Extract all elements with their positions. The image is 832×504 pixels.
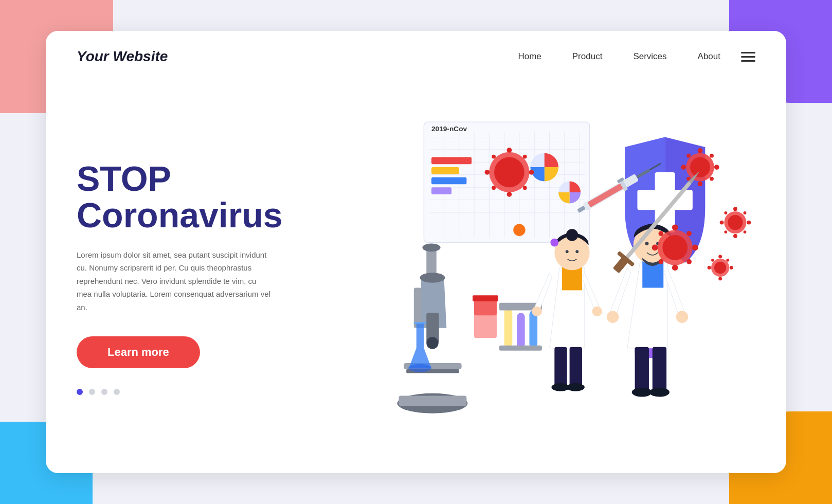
svg-point-33 <box>492 186 496 190</box>
svg-rect-38 <box>587 182 625 207</box>
svg-point-102 <box>728 215 743 230</box>
svg-point-79 <box>566 250 569 253</box>
svg-point-80 <box>575 250 578 253</box>
main-card: Your Website Home Product Services About… <box>46 31 786 473</box>
nav-links: Home Product Services About <box>518 51 720 62</box>
text-section: STOP Coronavirus Lorem ipsum dolor sit a… <box>77 160 323 395</box>
svg-point-115 <box>708 266 711 269</box>
svg-point-108 <box>744 211 747 214</box>
svg-rect-73 <box>554 347 567 387</box>
svg-point-48 <box>426 337 438 349</box>
svg-point-117 <box>711 259 714 262</box>
svg-point-94 <box>698 181 703 186</box>
svg-point-103 <box>733 207 737 211</box>
headline: STOP Coronavirus <box>77 160 323 234</box>
svg-point-30 <box>529 170 534 175</box>
nav-home[interactable]: Home <box>518 51 541 62</box>
svg-point-126 <box>686 231 692 236</box>
svg-rect-49 <box>414 288 422 328</box>
svg-point-97 <box>686 154 691 158</box>
svg-point-128 <box>686 259 692 264</box>
svg-rect-53 <box>399 396 467 406</box>
hamburger-line-3 <box>741 60 755 62</box>
dot-3[interactable] <box>101 389 107 395</box>
svg-point-87 <box>649 388 670 397</box>
svg-point-76 <box>567 383 585 391</box>
hero-illustration: 2019-nCov <box>323 82 755 473</box>
svg-point-72 <box>592 307 603 317</box>
svg-point-114 <box>718 277 722 281</box>
headline-line1: STOP <box>77 159 171 198</box>
svg-point-100 <box>710 177 714 181</box>
svg-rect-59 <box>517 313 525 348</box>
headline-line2: Coronavirus <box>77 195 283 235</box>
svg-point-104 <box>733 234 737 238</box>
svg-rect-62 <box>499 346 542 351</box>
nav-product[interactable]: Product <box>572 51 603 62</box>
illustration: 2019-nCov <box>323 82 755 473</box>
svg-rect-20 <box>431 167 459 174</box>
svg-point-123 <box>652 245 658 251</box>
svg-point-92 <box>690 157 710 177</box>
svg-point-109 <box>724 230 727 233</box>
svg-point-46 <box>420 273 445 283</box>
svg-point-32 <box>523 155 527 159</box>
svg-point-133 <box>550 239 558 247</box>
svg-point-71 <box>532 307 542 317</box>
hero-description: Lorem ipsum dolor sit amet, sea putant s… <box>77 248 272 314</box>
nav-services[interactable]: Services <box>633 51 666 62</box>
svg-point-45 <box>422 244 440 252</box>
svg-rect-85 <box>653 347 666 392</box>
svg-point-113 <box>718 255 722 259</box>
dot-1[interactable] <box>77 389 83 395</box>
svg-point-107 <box>724 211 727 214</box>
carousel-dots <box>77 389 323 395</box>
main-content: STOP Coronavirus Lorem ipsum dolor sit a… <box>46 82 786 473</box>
dot-2[interactable] <box>89 389 95 395</box>
svg-point-29 <box>485 170 490 175</box>
svg-rect-36 <box>637 190 692 210</box>
svg-rect-57 <box>473 295 498 301</box>
svg-point-125 <box>658 231 663 236</box>
svg-rect-21 <box>431 177 466 185</box>
logo: Your Website <box>77 48 168 65</box>
svg-point-89 <box>645 242 649 245</box>
svg-point-116 <box>730 266 733 269</box>
svg-point-31 <box>492 155 496 159</box>
svg-point-54 <box>408 364 431 372</box>
svg-point-78 <box>566 229 578 241</box>
svg-point-83 <box>676 311 688 322</box>
svg-point-121 <box>672 224 678 230</box>
hamburger-line-1 <box>741 52 755 53</box>
svg-point-127 <box>658 259 663 264</box>
svg-point-82 <box>607 311 619 322</box>
svg-point-27 <box>507 148 512 153</box>
svg-point-95 <box>681 165 686 170</box>
svg-rect-22 <box>431 187 451 194</box>
svg-point-96 <box>714 165 719 170</box>
hamburger-menu[interactable] <box>741 52 755 62</box>
svg-point-28 <box>507 192 512 197</box>
svg-rect-74 <box>570 347 582 387</box>
svg-rect-19 <box>431 157 472 165</box>
svg-rect-58 <box>504 308 513 348</box>
svg-point-132 <box>513 224 525 236</box>
learn-more-button[interactable]: Learn more <box>77 336 200 368</box>
dot-4[interactable] <box>114 389 120 395</box>
svg-rect-84 <box>635 347 649 392</box>
svg-point-106 <box>747 221 751 225</box>
hamburger-line-2 <box>741 56 755 58</box>
svg-point-98 <box>710 154 714 158</box>
svg-point-105 <box>720 221 724 225</box>
svg-point-118 <box>726 259 729 262</box>
svg-text:2019-nCov: 2019-nCov <box>431 125 467 133</box>
svg-point-34 <box>523 186 527 190</box>
navbar: Your Website Home Product Services About <box>46 31 786 82</box>
nav-about[interactable]: About <box>698 51 720 62</box>
svg-point-124 <box>692 245 698 251</box>
svg-point-122 <box>672 265 678 271</box>
svg-point-93 <box>698 148 703 153</box>
svg-point-120 <box>662 235 688 260</box>
svg-point-110 <box>744 230 747 233</box>
svg-point-112 <box>714 262 726 274</box>
